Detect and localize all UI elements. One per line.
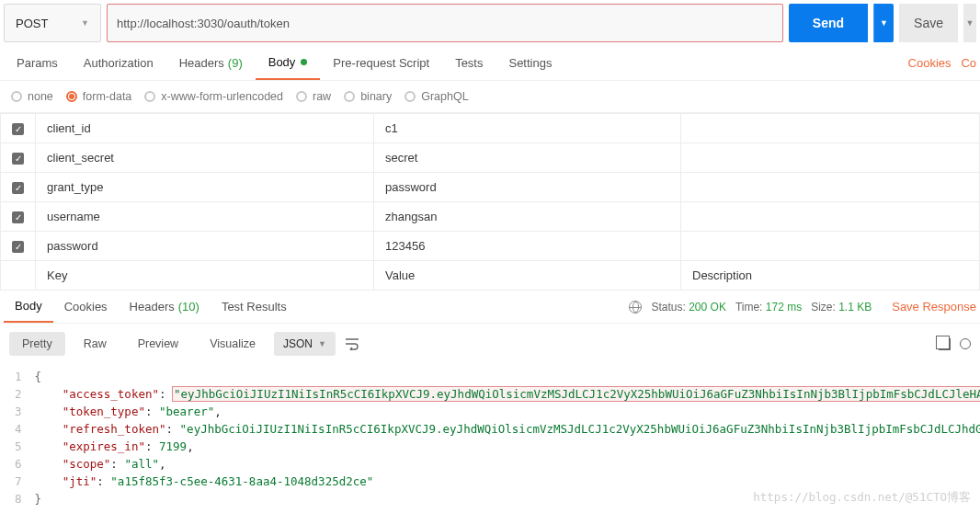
- resp-headers-count: (10): [178, 300, 199, 314]
- watermark: https://blog.csdn.net/@51CTO博客: [753, 488, 971, 506]
- form-key-placeholder[interactable]: Key: [36, 261, 374, 291]
- wrap-lines-icon[interactable]: [341, 333, 363, 355]
- form-value[interactable]: zhangsan: [374, 202, 681, 232]
- tab-tests[interactable]: Tests: [442, 46, 496, 80]
- save-button[interactable]: Save: [899, 4, 958, 42]
- tab-body-label: Body: [268, 55, 296, 69]
- resp-tab-headers[interactable]: Headers (10): [119, 291, 211, 323]
- table-row: usernamezhangsan: [1, 202, 980, 232]
- checkbox-icon[interactable]: [12, 211, 24, 223]
- form-data-table: client_idc1 client_secretsecret grant_ty…: [0, 113, 980, 291]
- resp-tab-body[interactable]: Body: [4, 291, 53, 323]
- form-key[interactable]: username: [36, 202, 374, 232]
- form-desc[interactable]: [681, 114, 980, 143]
- headers-count: (9): [228, 56, 243, 70]
- tab-headers-label: Headers: [179, 56, 224, 70]
- code-link[interactable]: Co: [961, 56, 976, 70]
- search-icon[interactable]: [960, 338, 971, 349]
- form-key[interactable]: grant_type: [36, 173, 374, 202]
- body-type-xwww[interactable]: x-www-form-urlencoded: [144, 90, 283, 103]
- radio-icon: [11, 91, 22, 102]
- tab-headers[interactable]: Headers (9): [166, 46, 256, 80]
- resp-tab-test-results[interactable]: Test Results: [211, 291, 298, 323]
- send-button[interactable]: Send: [789, 4, 868, 42]
- body-type-form-data[interactable]: form-data: [66, 90, 132, 103]
- viewer-format-select[interactable]: JSON▼: [274, 332, 336, 356]
- globe-icon[interactable]: [629, 301, 642, 314]
- radio-selected-icon: [66, 91, 77, 102]
- send-dropdown-button[interactable]: ▼: [873, 4, 894, 42]
- cookies-link[interactable]: Cookies: [908, 56, 952, 70]
- form-desc[interactable]: [681, 173, 980, 202]
- radio-icon: [405, 91, 416, 102]
- table-row: grant_typepassword: [1, 173, 980, 202]
- time-value: 172 ms: [766, 301, 802, 314]
- form-value[interactable]: 123456: [374, 232, 681, 261]
- status-value: 200 OK: [689, 301, 726, 314]
- viewer-raw[interactable]: Raw: [71, 332, 120, 356]
- tab-pre-request-script[interactable]: Pre-request Script: [320, 46, 442, 80]
- viewer-preview[interactable]: Preview: [125, 332, 191, 356]
- table-row: client_secretsecret: [1, 143, 980, 173]
- checkbox-icon[interactable]: [12, 123, 24, 135]
- radio-icon: [296, 91, 307, 102]
- time-label: Time:: [735, 301, 763, 314]
- checkbox-icon[interactable]: [12, 241, 24, 253]
- form-value[interactable]: secret: [374, 143, 681, 173]
- form-value[interactable]: password: [374, 173, 681, 202]
- body-type-graphql[interactable]: GraphQL: [405, 90, 468, 103]
- form-key[interactable]: client_secret: [36, 143, 374, 173]
- chevron-down-icon: ▼: [318, 339, 326, 348]
- save-dropdown-button[interactable]: ▼: [963, 4, 976, 42]
- http-method-value: POST: [16, 17, 48, 30]
- body-type-raw[interactable]: raw: [296, 90, 331, 103]
- form-value-placeholder[interactable]: Value: [374, 261, 681, 291]
- url-input[interactable]: [107, 4, 783, 42]
- tab-params[interactable]: Params: [4, 46, 71, 80]
- tab-body[interactable]: Body: [256, 46, 321, 80]
- status-label: Status:: [651, 301, 685, 314]
- form-desc[interactable]: [681, 232, 980, 261]
- table-row: client_idc1: [1, 114, 980, 143]
- response-body[interactable]: 12345678 { "access_token": "eyJhbGciOiJI…: [0, 364, 980, 511]
- line-numbers: 12345678: [0, 364, 31, 511]
- radio-icon: [144, 91, 155, 102]
- form-key[interactable]: client_id: [36, 114, 374, 143]
- checkbox-icon[interactable]: [12, 182, 24, 194]
- form-desc-placeholder[interactable]: Description: [681, 261, 980, 291]
- tab-settings[interactable]: Settings: [496, 46, 564, 80]
- http-method-select[interactable]: POST ▼: [4, 4, 101, 42]
- resp-tab-cookies[interactable]: Cookies: [53, 291, 119, 323]
- form-desc[interactable]: [681, 143, 980, 173]
- chevron-down-icon: ▼: [81, 18, 89, 28]
- body-type-none[interactable]: none: [11, 90, 53, 103]
- viewer-pretty[interactable]: Pretty: [9, 332, 65, 356]
- form-desc[interactable]: [681, 202, 980, 232]
- body-type-binary[interactable]: binary: [344, 90, 392, 103]
- table-row: password123456: [1, 232, 980, 261]
- table-row: KeyValueDescription: [1, 261, 980, 291]
- copy-icon[interactable]: [939, 338, 951, 350]
- tab-body-dot-icon: [301, 59, 307, 65]
- checkbox-icon[interactable]: [12, 153, 24, 165]
- tab-authorization[interactable]: Authorization: [71, 46, 166, 80]
- size-value: 1.1 KB: [838, 301, 872, 314]
- size-label: Size:: [811, 301, 836, 314]
- radio-icon: [344, 91, 355, 102]
- viewer-visualize[interactable]: Visualize: [197, 332, 268, 356]
- save-response-button[interactable]: Save Response: [881, 300, 976, 314]
- form-value[interactable]: c1: [374, 114, 681, 143]
- form-key[interactable]: password: [36, 232, 374, 261]
